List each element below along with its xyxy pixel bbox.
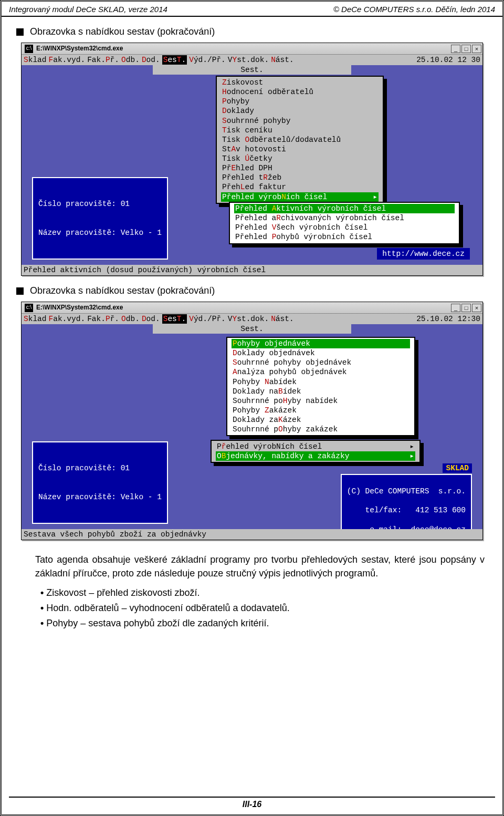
cmd1-main-menu[interactable]: Ziskovost Hodnocení odběratelů Pohyby Do… [216,76,384,204]
cmd2-terminal: Sklad Fak.vyd. Fak.Př. Odb. Dod. SesT. V… [22,314,482,540]
sklad-label: SKLAD [443,463,472,473]
cmd2-menu-selected[interactable]: Pohyby objednávek [232,339,410,348]
cmd1-datetime: 25.10.02 12 30 [416,55,480,65]
menubar-item-sest[interactable]: SesT. [162,55,187,65]
company-l2: tel/fax: 412 513 600 [347,505,466,515]
cmd1-workstation-box: Číslo pracoviště: 01 Název pracoviště: V… [32,177,168,260]
close-button[interactable]: × [472,45,481,53]
bullet-square-icon [16,287,24,295]
maximize-button[interactable]: □ [461,45,471,53]
cmd1-status: Přehled aktivních (dosud používaných) vý… [22,265,482,275]
header-left: Integrovaný modul DeCe SKLAD, verze 2014 [9,5,167,14]
cmd1-submenu[interactable]: Přehled Aktivních výrobních čísel Přehle… [229,202,460,244]
bullet-list: Ziskovost – přehled ziskovosti zboží. Ho… [16,585,488,631]
cmd-window-1: c:\ E:\WINXP\System32\cmd.exe _ □ × Skla… [21,43,483,276]
cmd2-menubar[interactable]: Sklad Fak.vyd. Fak.Př. Odb. Dod. SesT. V… [22,314,482,324]
body-paragraph: Tato agenda obsahuje veškeré základní pr… [16,550,488,580]
cmd2-workstation-box: Číslo pracoviště: 01 Název pracoviště: V… [32,441,168,524]
cmd-window-2: c:\ E:\WINXP\System32\cmd.exe _ □ × Skla… [21,302,483,540]
content: Obrazovka s nabídkou sestav (pokračování… [2,17,502,631]
cmd1-menu-selected[interactable]: Přehled výrobNích čísel▸ [221,192,379,202]
section-title-2-text: Obrazovka s nabídkou sestav (pokračování… [30,285,215,296]
cmd1-titlebar: c:\ E:\WINXP\System32\cmd.exe _ □ × [22,43,482,55]
company-l1: (C) DeCe COMPUTERS s.r.o. [347,487,466,496]
section-title-1-text: Obrazovka s nabídkou sestav (pokračování… [30,26,215,37]
close-button[interactable]: × [472,304,481,312]
cmd1-submenu-selected[interactable]: Přehled Aktivních výrobních čísel [234,204,455,213]
maximize-button[interactable]: □ [461,304,471,312]
section-title-2: Obrazovka s nabídkou sestav (pokračování… [16,285,488,296]
workstation-num: Číslo pracoviště: 01 [38,199,162,209]
cmd2-menu[interactable]: Pohyby objednávek Doklady objednávek Sou… [226,337,415,436]
section-title-1: Obrazovka s nabídkou sestav (pokračování… [16,26,488,37]
bullet-square-icon [16,28,24,36]
page-number: III-16 [9,797,495,809]
cmd2-footer-menu[interactable]: Přehled výrobNích čísel▸ OBjednávky, nab… [211,440,421,463]
workstation-num: Číslo pracoviště: 01 [38,463,162,473]
cmd1-url: http://www.dece.cz [377,248,470,260]
cmd1-terminal: Sklad Fak.vyd. Fak.Př. Odb. Dod. SesT. V… [22,55,482,275]
cmd1-menubar[interactable]: Sklad Fak.vyd. Fak.Př. Odb. Dod. SesT. V… [22,55,482,65]
bullet-item: Hodn. odběratelů – vyhodnocení odběratel… [40,601,488,616]
cmd2-titlebar: c:\ E:\WINXP\System32\cmd.exe _ □ × [22,302,482,314]
workstation-name: Název pracoviště: Velko - 1 [38,228,162,237]
minimize-button[interactable]: _ [451,304,460,312]
header-right: © DeCe COMPUTERS s.r.o. Děčín, ledn 2014 [333,5,495,14]
workstation-name: Název pracoviště: Velko - 1 [38,492,162,502]
cmd1-sest-banner: Sest. [153,65,351,75]
cmd1-title: E:\WINXP\System32\cmd.exe [36,45,123,53]
bullet-item: Pohyby – sestava pohybů zboží dle zadaný… [40,616,488,631]
page-header: Integrovaný modul DeCe SKLAD, verze 2014… [2,2,502,17]
page-footer: III-16 [2,797,502,809]
minimize-button[interactable]: _ [451,45,460,53]
cmd2-title: E:\WINXP\System32\cmd.exe [36,304,123,312]
cmd-icon: c:\ [25,45,33,53]
cmd2-footer-selected[interactable]: OBjednávky, nabídky a zakázky ▸ [216,451,415,461]
cmd2-status: Sestava všech pohybů zboží za objednávky [22,529,482,540]
bullet-item: Ziskovost – přehled ziskovosti zboží. [40,585,488,601]
page: Integrovaný modul DeCe SKLAD, verze 2014… [0,0,504,816]
cmd-icon: c:\ [25,304,33,312]
cmd2-datetime: 25.10.02 12:30 [416,314,480,324]
cmd2-sest-banner: Sest. [153,324,351,334]
menubar-item-sest[interactable]: SesT. [162,314,187,324]
